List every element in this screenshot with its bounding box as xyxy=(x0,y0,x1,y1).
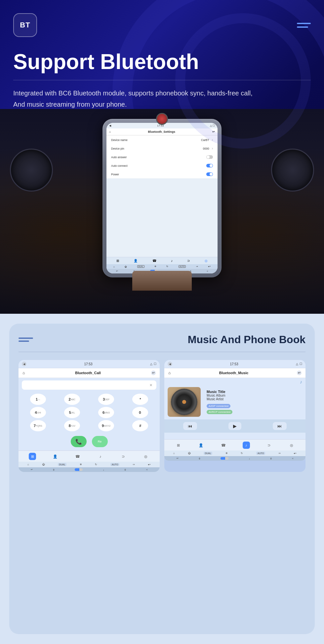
card-divider xyxy=(19,352,305,352)
music-arc xyxy=(221,457,228,460)
call-screen-topbar: ◀ 17:53 △ ☐ xyxy=(19,360,160,368)
music-back-arrow[interactable]: ◀ xyxy=(168,362,172,366)
music-artist: Music Artist xyxy=(207,397,299,401)
call-bottom-controls: ⌂ ⏻ DUAL ❄ ↻ AUTO ⇒ ◂+ xyxy=(19,462,160,467)
call-nav-link-icon[interactable]: ⊃ xyxy=(119,453,127,460)
music-ctrl-home[interactable]: ⌂ xyxy=(173,452,175,455)
call-back-arrow[interactable]: ◀ xyxy=(22,362,26,366)
music-ctrl-vol[interactable]: ◂+ xyxy=(294,452,297,455)
dial-key-3[interactable]: 3DEF xyxy=(98,394,114,405)
dial-key-6[interactable]: 6MNO xyxy=(98,407,114,418)
dial-sub-4: GHI xyxy=(37,411,41,414)
right-vent xyxy=(271,149,314,192)
camera-icon[interactable]: ◎ xyxy=(205,259,208,263)
call-ctrl-home[interactable]: ⌂ xyxy=(27,463,29,466)
auto-answer-row[interactable]: Auto answer xyxy=(108,153,216,161)
back-icon[interactable]: ↩ xyxy=(212,130,215,133)
vol-up-icon[interactable]: ◂+ xyxy=(208,265,211,268)
prev-button[interactable]: ⏮ xyxy=(183,422,197,430)
device-name-row[interactable]: Device name CarBT › xyxy=(108,136,216,144)
call-back-btn[interactable]: ↩ xyxy=(151,371,156,375)
music-screen-header: ⌂ Bluetooth_Music ↩ xyxy=(164,368,305,378)
music-bc-back[interactable]: ↩ xyxy=(177,457,179,460)
play-button[interactable]: ▶ xyxy=(228,422,241,430)
dial-key-5[interactable]: 5JKL xyxy=(64,407,80,418)
call-arc xyxy=(75,468,83,471)
hamburger-menu[interactable] xyxy=(297,23,311,28)
dial-sub-2: ABC xyxy=(71,398,75,401)
call-green2-button[interactable]: Re xyxy=(92,436,108,447)
recycle-icon[interactable]: ↻ xyxy=(166,265,168,268)
hero-nav: BT xyxy=(13,13,311,37)
dial-key-8[interactable]: 8TUV xyxy=(64,420,80,431)
back-ctrl-icon[interactable]: ↩ xyxy=(116,270,118,272)
call-ctrl-power[interactable]: ⏻ xyxy=(42,463,45,466)
music-screen-topbar: ◀ 17:53 △ ☐ xyxy=(164,360,305,368)
call-ctrl-vol[interactable]: ◂+ xyxy=(148,463,151,466)
music-card: ◀ 17:53 △ ☐ ⌂ Bluetooth_Music ↩ xyxy=(164,360,305,472)
dial-clear-btn[interactable]: ✕ xyxy=(149,383,152,387)
music-status-icons: △ ☐ xyxy=(296,362,302,366)
device-pin-row[interactable]: Device pin 0000 › xyxy=(108,145,216,152)
dial-input-field[interactable]: ✕ xyxy=(22,380,156,390)
auto-answer-toggle[interactable] xyxy=(206,155,213,159)
music-nav-grid-icon[interactable]: ⊞ xyxy=(175,442,182,449)
card-title: Music And Phone Book xyxy=(188,334,305,346)
power-ctrl-icon[interactable]: ⏻ xyxy=(125,266,127,268)
power-toggle[interactable] xyxy=(206,172,213,176)
vol-down-icon[interactable]: ◃ xyxy=(207,270,208,272)
dial-key-0[interactable]: 0- xyxy=(132,407,148,418)
back-arrow-icon[interactable]: ◀ xyxy=(109,124,111,127)
dial-key-hash[interactable]: # xyxy=(132,420,148,431)
next-button[interactable]: ⏭ xyxy=(273,422,287,430)
hamburger-line-1 xyxy=(297,23,311,24)
music-info-area: Music Title Music Album Music Artist A2D… xyxy=(164,386,305,419)
card-menu-line-2 xyxy=(19,340,29,342)
call-nav-grid-icon[interactable]: ⊞ xyxy=(29,453,36,460)
music-title: Music Title xyxy=(207,390,299,394)
dial-key-star[interactable]: * xyxy=(132,394,148,405)
music-nav-phone-icon[interactable]: ☎ xyxy=(220,442,227,449)
dial-key-1[interactable]: 1 — xyxy=(30,394,46,405)
music-ctrl-power[interactable]: ⏻ xyxy=(188,452,190,455)
call-bc-vol[interactable]: ◃ xyxy=(146,468,147,471)
power-row[interactable]: Power xyxy=(108,170,216,178)
home-icon[interactable]: ⌂ xyxy=(109,130,111,133)
home-ctrl-icon[interactable]: ⌂ xyxy=(113,266,115,268)
fan-icon[interactable]: ⇒ xyxy=(196,265,198,268)
music-bc-vol[interactable]: ◃ xyxy=(292,457,293,460)
music-nav-person-icon[interactable]: 👤 xyxy=(197,442,205,449)
call-nav-person-icon[interactable]: 👤 xyxy=(52,453,59,460)
grid-icon[interactable]: ⊞ xyxy=(116,259,119,263)
dial-key-9[interactable]: 9WXYZ xyxy=(98,420,114,431)
call-nav-phone-icon[interactable]: ☎ xyxy=(74,453,81,460)
card-menu-icon[interactable] xyxy=(19,338,33,342)
auto-connect-row[interactable]: Auto connect xyxy=(108,162,216,169)
music-battery-icon: ☐ xyxy=(300,362,302,366)
music-nav-bar: ⊞ 👤 ☎ ♪ ⊃ ◎ xyxy=(164,439,305,450)
auto-connect-toggle[interactable] xyxy=(206,164,213,167)
music-nav-camera-icon[interactable]: ◎ xyxy=(288,442,295,449)
music-bottom-controls: ⌂ ⏻ DUAL ❄ ↻ AUTO ⇒ ◂+ xyxy=(164,450,305,456)
dial-key-2[interactable]: 2ABC xyxy=(64,394,80,405)
call-ctrl-auto: AUTO xyxy=(110,463,119,466)
snowflake-icon[interactable]: ❄ xyxy=(154,265,156,268)
dial-sub-6: MNO xyxy=(104,411,110,414)
music-home-icon[interactable]: ⌂ xyxy=(168,371,171,375)
music-back-btn[interactable]: ↩ xyxy=(297,371,302,375)
dial-key-4[interactable]: 4GHI xyxy=(30,407,46,418)
music-nav-link-icon[interactable]: ⊃ xyxy=(265,442,272,449)
call-nav-camera-icon[interactable]: ◎ xyxy=(142,453,149,460)
music-nav-music-icon[interactable]: ♪ xyxy=(243,442,250,449)
music-ctrl-fan: ⇒ xyxy=(278,452,281,455)
call-bc-back[interactable]: ↩ xyxy=(31,468,33,471)
link-icon[interactable]: ⊃ xyxy=(187,259,190,263)
music-ctrl-dual: DUAL xyxy=(204,452,213,455)
call-home-icon[interactable]: ⌂ xyxy=(22,371,25,375)
call-green-button[interactable]: 📞 xyxy=(71,436,87,447)
person-icon[interactable]: 👤 xyxy=(134,259,138,263)
phone-icon[interactable]: ☎ xyxy=(152,259,156,263)
music-note-icon[interactable]: ♪ xyxy=(171,259,173,263)
call-nav-music-icon[interactable]: ♪ xyxy=(97,453,104,460)
dial-key-7[interactable]: 7PQRS xyxy=(30,420,46,431)
